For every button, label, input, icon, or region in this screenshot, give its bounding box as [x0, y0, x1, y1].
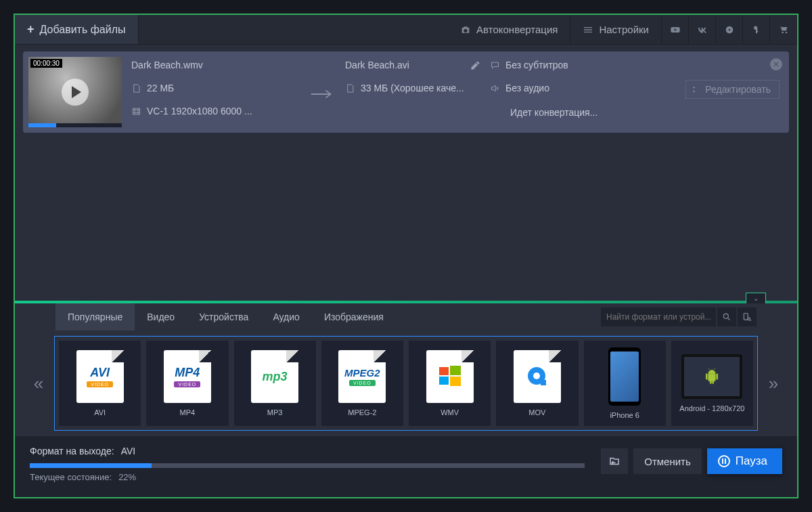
top-toolbar: + Добавить файлы Автоконвертация Настрой… [15, 15, 797, 45]
device-detect-button[interactable] [738, 307, 757, 326]
file-list: 00:00:30 Dark Beach.wmv 22 МБ VC-1 1920x… [15, 45, 797, 140]
format-card-mov[interactable]: MOV [496, 341, 578, 426]
folder-arrow-icon [608, 455, 621, 467]
add-files-label: Добавить файлы [40, 24, 126, 36]
pause-icon [718, 455, 730, 467]
vk-icon[interactable] [689, 15, 716, 44]
android-icon [704, 368, 719, 385]
pencil-icon[interactable] [470, 60, 480, 70]
format-search-input[interactable] [601, 307, 716, 326]
subtitles-row[interactable]: Без субтитров [490, 60, 625, 70]
output-folder-button[interactable] [601, 448, 628, 474]
audio-row[interactable]: Без аудио [490, 83, 625, 93]
format-tabs: Популярные Видео Устройства Аудио Изобра… [15, 303, 797, 330]
format-carousel: « AVIVIDEO AVI MP4VIDEO MP4 mp3 MP3 MPEG… [15, 330, 797, 436]
thumbnail[interactable]: 00:00:30 [28, 57, 122, 127]
svg-rect-10 [450, 366, 461, 375]
remove-item-icon[interactable]: ✕ [770, 58, 782, 70]
svg-point-4 [694, 87, 695, 88]
collapse-chevron-icon[interactable]: ⌄ [746, 293, 766, 303]
file-icon [131, 83, 141, 93]
src-stream: VC-1 1920x1080 6000 ... [131, 106, 300, 116]
dst-filename: Dark Beach.avi [345, 60, 480, 70]
svg-point-5 [694, 91, 695, 92]
key-icon[interactable] [743, 15, 770, 44]
state-value: 22% [118, 472, 136, 482]
settings-button[interactable]: Настройки [570, 15, 662, 44]
youtube-icon[interactable] [662, 15, 689, 44]
edit-button[interactable]: Редактировать [685, 80, 780, 99]
camera-icon [460, 24, 471, 35]
dst-size: 33 МБ (Хорошее каче... [345, 83, 480, 93]
disc-icon[interactable] [716, 15, 743, 44]
overall-progress [30, 463, 585, 468]
svg-rect-12 [450, 377, 461, 386]
menu-icon [583, 24, 593, 35]
format-card-iphone6[interactable]: iPhone 6 [584, 341, 666, 426]
format-card-mp4[interactable]: MP4VIDEO MP4 [146, 341, 228, 426]
carousel-prev-icon[interactable]: « [27, 363, 50, 404]
panel-divider: ⌄ [15, 301, 797, 303]
format-card-mpeg2[interactable]: MPEG2VIDEO MPEG-2 [321, 341, 403, 426]
iphone-icon [608, 347, 641, 406]
tab-devices[interactable]: Устройства [187, 303, 261, 330]
windows-icon [439, 366, 461, 387]
tab-popular[interactable]: Популярные [55, 303, 135, 330]
thumb-progress [28, 123, 122, 127]
search-icon [722, 312, 731, 322]
quicktime-icon [526, 365, 549, 388]
state-label: Текущее состояние: [30, 472, 112, 482]
src-filename: Dark Beach.wmv [131, 60, 300, 70]
format-card-mp3[interactable]: mp3 MP3 [234, 341, 316, 426]
tab-images[interactable]: Изображения [312, 303, 396, 330]
svg-point-2 [728, 28, 730, 30]
tab-audio[interactable]: Аудио [261, 303, 312, 330]
arrow-icon [310, 89, 336, 102]
film-icon [131, 106, 141, 116]
svg-point-8 [748, 318, 750, 320]
svg-rect-15 [541, 380, 546, 385]
cancel-button[interactable]: Отменить [633, 448, 702, 474]
add-files-button[interactable]: + Добавить файлы [15, 15, 139, 44]
svg-rect-9 [439, 367, 449, 375]
conversion-status: Идет конвертация... [510, 107, 597, 118]
auto-convert-button[interactable]: Автоконвертация [448, 15, 570, 44]
device-search-icon [742, 312, 752, 322]
play-icon[interactable] [62, 79, 89, 106]
tab-video[interactable]: Видео [135, 303, 187, 330]
bottom-bar: Формат на выходе: AVI Текущее состояние:… [15, 436, 797, 497]
output-format-label: Формат на выходе: [30, 446, 114, 456]
search-button[interactable] [717, 307, 736, 326]
svg-point-14 [533, 372, 540, 379]
scissors-icon [692, 85, 701, 94]
svg-rect-7 [744, 314, 748, 320]
output-format-value: AVI [121, 446, 136, 456]
duration-badge: 00:00:30 [30, 59, 62, 68]
svg-point-6 [723, 314, 728, 318]
format-card-wmv[interactable]: WMV [409, 341, 491, 426]
tablet-icon [681, 354, 742, 399]
carousel-next-icon[interactable]: » [762, 363, 785, 404]
file-item[interactable]: 00:00:30 Dark Beach.wmv 22 МБ VC-1 1920x… [23, 51, 789, 133]
chat-icon [490, 60, 500, 70]
format-card-android[interactable]: Android - 1280x720 [671, 341, 753, 426]
plus-icon: + [27, 22, 35, 37]
src-size: 22 МБ [131, 83, 300, 93]
speaker-muted-icon [490, 83, 500, 93]
file-icon [345, 83, 355, 93]
svg-rect-3 [133, 108, 140, 114]
pause-button[interactable]: Пауза [707, 448, 782, 474]
format-card-avi[interactable]: AVIVIDEO AVI [59, 341, 141, 426]
svg-rect-11 [439, 377, 449, 385]
cart-icon[interactable] [770, 15, 797, 44]
